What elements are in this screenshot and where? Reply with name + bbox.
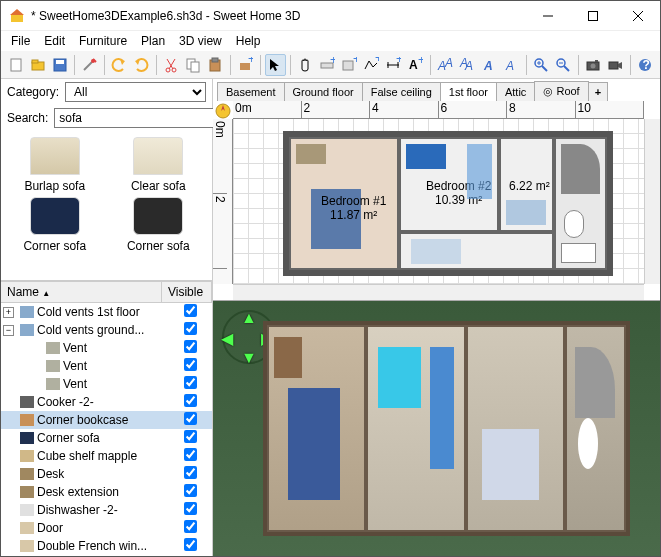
- text-tool[interactable]: A+: [405, 54, 426, 76]
- furniture-row[interactable]: Cube shelf mapple: [1, 447, 212, 465]
- copy-button[interactable]: [183, 54, 204, 76]
- visible-checkbox[interactable]: [184, 466, 197, 479]
- furniture-row[interactable]: Corner sofa: [1, 429, 212, 447]
- furniture-label: Cold vents 1st floor: [37, 305, 170, 319]
- furniture-row[interactable]: Dishwasher -2-: [1, 501, 212, 519]
- catalog-item[interactable]: Corner sofa: [7, 197, 103, 253]
- preferences-button[interactable]: [79, 54, 100, 76]
- text-decrease-button[interactable]: AA: [457, 54, 478, 76]
- paste-button[interactable]: [205, 54, 226, 76]
- furniture-label: Vent: [63, 359, 170, 373]
- visible-checkbox[interactable]: [184, 430, 197, 443]
- catalog-item[interactable]: Clear sofa: [111, 137, 207, 193]
- visible-checkbox[interactable]: [184, 412, 197, 425]
- new-button[interactable]: [5, 54, 26, 76]
- text-bold-button[interactable]: A: [479, 54, 500, 76]
- plan-v-scrollbar[interactable]: [644, 119, 660, 284]
- save-button[interactable]: [49, 54, 70, 76]
- furniture-row[interactable]: Double French win...: [1, 537, 212, 555]
- furniture-label: Cube shelf mapple: [37, 449, 170, 463]
- menu-furniture[interactable]: Furniture: [73, 32, 133, 50]
- furniture-row[interactable]: Vent: [1, 339, 212, 357]
- furniture-row[interactable]: Corner bookcase: [1, 411, 212, 429]
- visible-checkbox[interactable]: [184, 376, 197, 389]
- menu-plan[interactable]: Plan: [135, 32, 171, 50]
- visible-checkbox[interactable]: [184, 448, 197, 461]
- add-level-button[interactable]: +: [588, 82, 608, 101]
- zoom-out-button[interactable]: [553, 54, 574, 76]
- level-tab[interactable]: Attic: [496, 82, 535, 101]
- catalog-item[interactable]: Corner sofa: [111, 197, 207, 253]
- add-furniture-button[interactable]: +: [235, 54, 256, 76]
- room-tool[interactable]: +: [339, 54, 360, 76]
- visible-checkbox[interactable]: [184, 484, 197, 497]
- nav-left-icon[interactable]: ◀: [221, 329, 237, 345]
- visible-checkbox[interactable]: [184, 322, 197, 335]
- level-tab[interactable]: 1st floor: [440, 82, 497, 101]
- visible-checkbox[interactable]: [184, 502, 197, 515]
- furniture-row[interactable]: Vent: [1, 357, 212, 375]
- photo-button[interactable]: [583, 54, 604, 76]
- redo-button[interactable]: [131, 54, 152, 76]
- zoom-in-button[interactable]: [531, 54, 552, 76]
- plan-h-scrollbar[interactable]: [233, 284, 644, 300]
- expand-icon[interactable]: +: [3, 307, 14, 318]
- pan-tool[interactable]: [295, 54, 316, 76]
- visible-checkbox[interactable]: [184, 304, 197, 317]
- furniture-row[interactable]: +Cold vents 1st floor: [1, 303, 212, 321]
- furniture-row[interactable]: Desk extension: [1, 483, 212, 501]
- level-tab[interactable]: Basement: [217, 82, 285, 101]
- svg-rect-0: [11, 14, 23, 22]
- wall-tool[interactable]: +: [317, 54, 338, 76]
- name-column-header[interactable]: Name ▲: [1, 282, 162, 302]
- nav-down-icon[interactable]: ▼: [241, 349, 257, 365]
- visible-checkbox[interactable]: [184, 394, 197, 407]
- svg-line-45: [542, 66, 547, 71]
- plan-canvas[interactable]: Bedroom #111.87 m² Bedroom #210.39 m² 6.…: [233, 119, 644, 284]
- text-italic-button[interactable]: A: [501, 54, 522, 76]
- search-input[interactable]: [54, 108, 214, 128]
- furniture-label: Corner sofa: [37, 431, 170, 445]
- level-tab[interactable]: Ground floor: [284, 82, 363, 101]
- plan-view[interactable]: 0m246810 0m2 Bedroom #111.87 m² Bedroom …: [213, 101, 660, 301]
- visible-checkbox[interactable]: [184, 520, 197, 533]
- text-increase-button[interactable]: AA: [435, 54, 456, 76]
- menu-file[interactable]: File: [5, 32, 36, 50]
- cut-button[interactable]: [161, 54, 182, 76]
- compass-icon[interactable]: [215, 103, 231, 119]
- visible-checkbox[interactable]: [184, 538, 197, 551]
- furniture-row[interactable]: Drawers cabinet: [1, 555, 212, 556]
- catalog-item[interactable]: Burlap sofa: [7, 137, 103, 193]
- left-panel: Category: All Search: Burlap sofa Clear …: [1, 79, 213, 556]
- select-tool[interactable]: [265, 54, 286, 76]
- 3d-view[interactable]: ▲ ▼ ◀ ▶: [213, 301, 660, 556]
- dimension-tool[interactable]: +: [383, 54, 404, 76]
- roof-tab[interactable]: ◎ Roof: [534, 81, 588, 101]
- menu-3dview[interactable]: 3D view: [173, 32, 228, 50]
- close-button[interactable]: [615, 1, 660, 31]
- furniture-row[interactable]: Desk: [1, 465, 212, 483]
- open-button[interactable]: [27, 54, 48, 76]
- expand-icon[interactable]: −: [3, 325, 14, 336]
- menu-edit[interactable]: Edit: [38, 32, 71, 50]
- furniture-row[interactable]: Vent: [1, 375, 212, 393]
- video-button[interactable]: [605, 54, 626, 76]
- polyline-tool[interactable]: +: [361, 54, 382, 76]
- minimize-button[interactable]: [525, 1, 570, 31]
- furniture-row[interactable]: Cooker -2-: [1, 393, 212, 411]
- nav-up-icon[interactable]: ▲: [241, 309, 257, 325]
- level-tab[interactable]: False ceiling: [362, 82, 441, 101]
- svg-text:+: +: [396, 57, 401, 66]
- visible-column-header[interactable]: Visible: [162, 282, 212, 302]
- undo-button[interactable]: [109, 54, 130, 76]
- furniture-row[interactable]: Door: [1, 519, 212, 537]
- category-select[interactable]: All: [65, 82, 206, 102]
- maximize-button[interactable]: [570, 1, 615, 31]
- furniture-row[interactable]: −Cold vents ground...: [1, 321, 212, 339]
- menu-help[interactable]: Help: [230, 32, 267, 50]
- visible-checkbox[interactable]: [184, 358, 197, 371]
- visible-checkbox[interactable]: [184, 340, 197, 353]
- svg-rect-3: [588, 11, 597, 20]
- furniture-list[interactable]: +Cold vents 1st floor−Cold vents ground.…: [1, 303, 212, 556]
- help-button[interactable]: ?: [635, 54, 656, 76]
